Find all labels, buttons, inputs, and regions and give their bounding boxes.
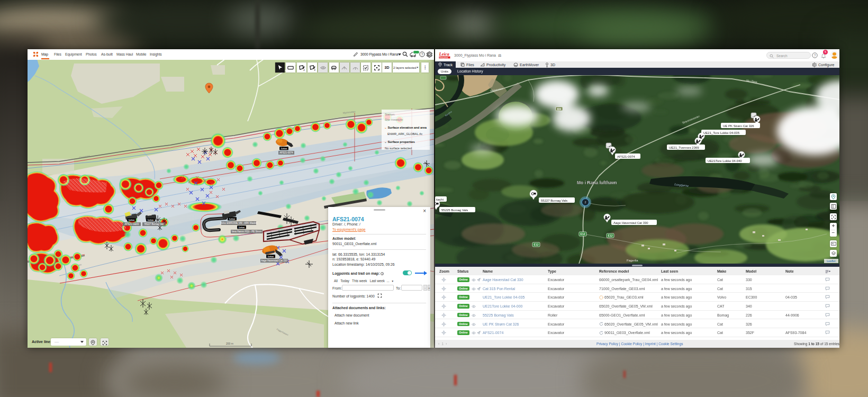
svg-text:Aage Haverstad Cat 330: Aage Haverstad Cat 330 bbox=[613, 221, 648, 224]
svg-text:UE PK Strøm Cat 326: UE PK Strøm Cat 326 bbox=[723, 124, 754, 128]
svg-text:UE21_Tore Lokke 04-035: UE21_Tore Lokke 04-035 bbox=[703, 131, 740, 134]
svg-text:Geosystems: Geosystems bbox=[440, 57, 449, 59]
svg-text:E12: E12 bbox=[534, 243, 539, 246]
svg-text:3: 3 bbox=[314, 68, 316, 70]
svg-text:UE21_Tvermes 2369: UE21_Tvermes 2369 bbox=[669, 146, 699, 149]
svg-text:E12: E12 bbox=[608, 234, 613, 237]
svg-text:2: 2 bbox=[584, 201, 586, 204]
svg-text:Mo i Rana lufthavn: Mo i Rana lufthavn bbox=[577, 180, 617, 185]
svg-text:?: ? bbox=[814, 53, 816, 57]
svg-text:2: 2 bbox=[303, 68, 305, 70]
svg-text:Fagerlia: Fagerlia bbox=[627, 259, 638, 262]
svg-text:55227 Bomag Vals: 55227 Bomag Vals bbox=[541, 199, 567, 202]
svg-text:itachi: itachi bbox=[436, 198, 444, 201]
svg-text:?: ? bbox=[421, 52, 423, 56]
svg-text:UE21Tore Lokke 04-040: UE21Tore Lokke 04-040 bbox=[708, 159, 742, 163]
svg-text:Leica: Leica bbox=[439, 51, 450, 57]
svg-text:55225 Bomag Vals: 55225 Bomag Vals bbox=[441, 209, 468, 212]
svg-text:Fit: Fit bbox=[831, 242, 835, 245]
svg-text:E12: E12 bbox=[581, 232, 585, 236]
svg-text:AFS21-0074: AFS21-0074 bbox=[617, 155, 635, 158]
svg-text:834: 834 bbox=[557, 108, 562, 111]
